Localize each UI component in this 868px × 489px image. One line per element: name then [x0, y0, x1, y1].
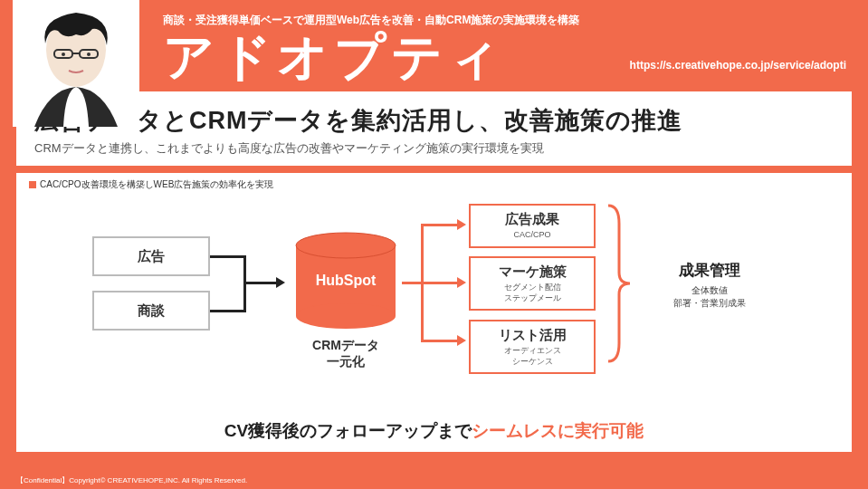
brand-name: アドオプティ [163, 32, 850, 82]
output-box-marketing: マーケ施策 セグメント配信 ステップメール [469, 256, 596, 311]
output-title: マーケ施策 [499, 264, 567, 281]
bottom-black: CV獲得後のフォローアップまで [224, 421, 472, 440]
output-sub: セグメント配信 ステップメール [504, 283, 561, 303]
brace-icon [605, 202, 632, 365]
arrow-head-icon [457, 277, 466, 288]
hubspot-cylinder: HubSpot [291, 231, 400, 331]
hubspot-label: HubSpot [316, 273, 377, 289]
connector [210, 255, 246, 258]
svg-point-4 [62, 53, 65, 56]
result-title: 成果管理 [679, 260, 740, 281]
svg-point-5 [87, 53, 91, 56]
result-sub: 全体数値 部署・営業別成果 [673, 284, 746, 310]
output-sub: CAC/CPO [513, 230, 550, 241]
header: 商談・受注獲得単価ベースで運用型Web広告を改善・自動CRM施策の実施環境を構築… [0, 0, 868, 91]
page-subtitle: CRMデータと連携し、これまでよりも高度な広告の改善やマーケティング施策の実行環… [34, 140, 834, 157]
input-box-ad: 広告 [92, 236, 210, 276]
diagram-caption: CAC/CPO改善環境を構築しWEB広告施策の効率化を実現 [29, 178, 839, 191]
arrow-head-icon [276, 277, 285, 288]
arrow-head-icon [457, 219, 466, 230]
hub-caption: CRMデータ 一元化 [282, 338, 409, 370]
result-box: 成果管理 全体数値 部署・営業別成果 [655, 260, 764, 310]
input-box-deal: 商談 [92, 291, 210, 331]
output-box-list: リスト活用 オーディエンス シーケンス [469, 320, 596, 374]
tagline: 商談・受注獲得単価ベースで運用型Web広告を改善・自動CRM施策の実施環境を構築 [163, 13, 850, 28]
output-title: リスト活用 [499, 327, 567, 344]
svg-point-8 [296, 303, 396, 329]
service-url[interactable]: https://s.creativehope.co.jp/service/ado… [630, 59, 846, 72]
avatar [13, 0, 139, 127]
output-box-ad-result: 広告成果 CAC/CPO [469, 204, 596, 248]
connector [210, 310, 246, 312]
output-title: 広告成果 [505, 211, 559, 228]
bottom-statement: CV獲得後のフォローアップまでシームレスに実行可能 [16, 419, 852, 443]
diagram-canvas: 広告 商談 HubSpot CRMデータ 一元化 [29, 197, 839, 414]
output-sub: オーディエンス シーケンス [504, 346, 561, 367]
bullet-icon [29, 181, 36, 188]
title-panel: 広告データとCRMデータを集約活用し、改善施策の推進 CRMデータと連携し、これ… [16, 91, 852, 166]
footer-copyright: 【Confidential】Copyright© CREATIVEHOPE,IN… [16, 475, 247, 485]
connector [421, 340, 459, 342]
bottom-orange: シームレスに実行可能 [472, 421, 644, 440]
arrow-head-icon [457, 335, 466, 346]
connector [243, 282, 278, 284]
page-title: 広告データとCRMデータを集約活用し、改善施策の推進 [34, 104, 834, 137]
connector [421, 282, 459, 284]
connector [421, 224, 459, 226]
diagram-panel: CAC/CPO改善環境を構築しWEB広告施策の効率化を実現 広告 商談 HubS… [16, 173, 852, 452]
caption-text: CAC/CPO改善環境を構築しWEB広告施策の効率化を実現 [40, 178, 273, 191]
